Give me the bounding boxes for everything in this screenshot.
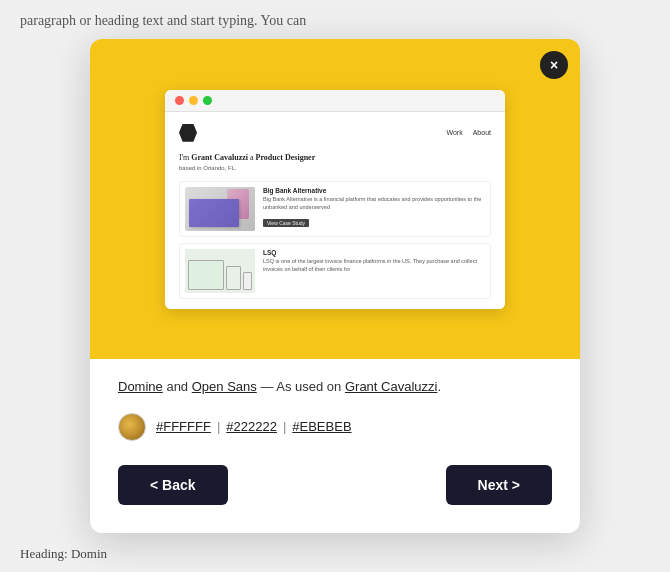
separator-2: | xyxy=(283,419,286,434)
card-text-1: Big Bank Alternative Big Bank Alternativ… xyxy=(263,187,485,229)
device-monitor-icon xyxy=(188,260,224,290)
modal-overlay: × Work About xyxy=(0,0,670,572)
card-laptop xyxy=(189,199,239,227)
browser-content: Work About I'm Grant Cavaluzzi a Product… xyxy=(165,112,505,309)
color-swatch-icon xyxy=(118,413,146,441)
browser-bar xyxy=(165,90,505,112)
dot-yellow xyxy=(189,96,198,105)
card-desc-1: Big Bank Alternative is a financial plat… xyxy=(263,196,485,211)
card-title-2: LSQ xyxy=(263,249,485,256)
card-desc-2: LSQ is one of the largest invoice financ… xyxy=(263,258,485,273)
next-button[interactable]: Next > xyxy=(446,465,552,505)
color-codes: #FFFFFF | #222222 | #EBEBEB xyxy=(156,419,352,434)
font2-link[interactable]: Open Sans xyxy=(192,379,257,394)
color-palette: #FFFFFF | #222222 | #EBEBEB xyxy=(118,413,552,441)
bottom-label: Heading: Domin xyxy=(20,546,107,562)
card-title-1: Big Bank Alternative xyxy=(263,187,485,194)
modal-footer: < Back Next > xyxy=(90,465,580,505)
preview-area: Work About I'm Grant Cavaluzzi a Product… xyxy=(90,39,580,359)
font1-link[interactable]: Domine xyxy=(118,379,163,394)
modal-body: Domine and Open Sans — As used on Grant … xyxy=(90,359,580,441)
site-card-2: LSQ LSQ is one of the largest invoice fi… xyxy=(179,243,491,299)
device-phone-icon xyxy=(243,272,252,290)
site-link[interactable]: Grant Cavaluzzi xyxy=(345,379,437,394)
card-image-2 xyxy=(185,249,255,293)
site-nav: Work About xyxy=(179,124,491,142)
card-link-1: View Case Study xyxy=(263,219,309,227)
dot-green xyxy=(203,96,212,105)
site-hero-sub: based in Orlando, FL. xyxy=(179,165,491,171)
font-credits: Domine and Open Sans — As used on Grant … xyxy=(118,377,552,397)
site-hero-title: I'm Grant Cavaluzzi a Product Designer xyxy=(179,152,491,163)
browser-mockup: Work About I'm Grant Cavaluzzi a Product… xyxy=(165,90,505,309)
separator-1: | xyxy=(217,419,220,434)
color-code-3[interactable]: #EBEBEB xyxy=(292,419,351,434)
modal: × Work About xyxy=(90,39,580,533)
nav-work: Work xyxy=(446,129,462,136)
device-tablet-icon xyxy=(226,266,241,290)
site-hero: I'm Grant Cavaluzzi a Product Designer b… xyxy=(179,152,491,171)
site-logo-icon xyxy=(179,124,197,142)
site-nav-links: Work About xyxy=(446,129,491,136)
dot-red xyxy=(175,96,184,105)
back-button[interactable]: < Back xyxy=(118,465,228,505)
color-code-2[interactable]: #222222 xyxy=(226,419,277,434)
site-card: Big Bank Alternative Big Bank Alternativ… xyxy=(179,181,491,237)
card-text-2: LSQ LSQ is one of the largest invoice fi… xyxy=(263,249,485,273)
site-cards: Big Bank Alternative Big Bank Alternativ… xyxy=(179,181,491,299)
color-code-1[interactable]: #FFFFFF xyxy=(156,419,211,434)
card-image-1 xyxy=(185,187,255,231)
nav-about: About xyxy=(473,129,491,136)
